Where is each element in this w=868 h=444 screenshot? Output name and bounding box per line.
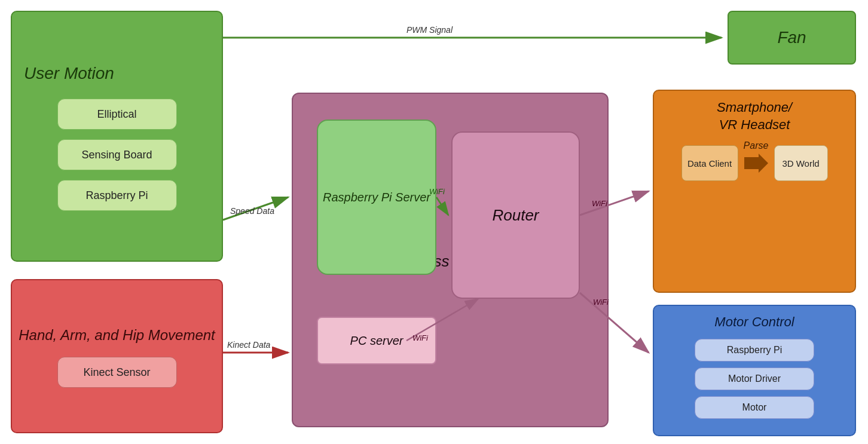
parse-arrow-icon (744, 151, 768, 175)
smartphone-inner: Data Client Parse 3D World (681, 145, 828, 181)
kinect-data-label: Kinect Data (227, 340, 271, 350)
svg-marker-0 (744, 154, 768, 173)
parse-label: Parse (744, 140, 769, 151)
smartphone-box: Smartphone/ VR Headset Data Client Parse… (653, 90, 856, 293)
parse-arrow-container: Parse (744, 151, 768, 175)
router-box: Router (451, 131, 580, 299)
user-motion-title: User Motion (12, 64, 114, 83)
data-client-box: Data Client (681, 145, 738, 181)
svg-line-6 (223, 197, 288, 220)
rpi-server-box: Raspberry Pi Server (317, 120, 436, 275)
elliptical-box: Elliptical (57, 99, 177, 130)
fan-box: Fan (728, 11, 856, 65)
diagram: User Motion Elliptical Sensing Board Ras… (0, 0, 868, 444)
pc-server-box: PC server (317, 317, 436, 365)
raspberry-pi-motor-box: Raspberry Pi (695, 339, 814, 362)
motor-driver-box: Motor Driver (695, 368, 814, 390)
user-motion-box: User Motion Elliptical Sensing Board Ras… (11, 11, 223, 262)
pwm-signal-label: PWM Signal (407, 25, 453, 35)
kinect-sensor-box: Kinect Sensor (57, 357, 177, 388)
motor-control-box: Motor Control Raspberry Pi Motor Driver … (653, 305, 856, 436)
motor-box-item: Motor (695, 396, 814, 419)
speed-data-label: Speed Data (230, 206, 274, 216)
sensing-board-box: Sensing Board (57, 139, 177, 170)
world-3d-box: 3D World (774, 145, 828, 181)
motor-title: Motor Control (714, 314, 794, 330)
hand-arm-box: Hand, Arm, and Hip Movement Kinect Senso… (11, 279, 223, 433)
raspberry-pi-user-motion-box: Raspberry Pi (57, 180, 177, 211)
smartphone-title: Smartphone/ VR Headset (717, 99, 792, 133)
hand-arm-title: Hand, Arm, and Hip Movement (13, 327, 221, 344)
